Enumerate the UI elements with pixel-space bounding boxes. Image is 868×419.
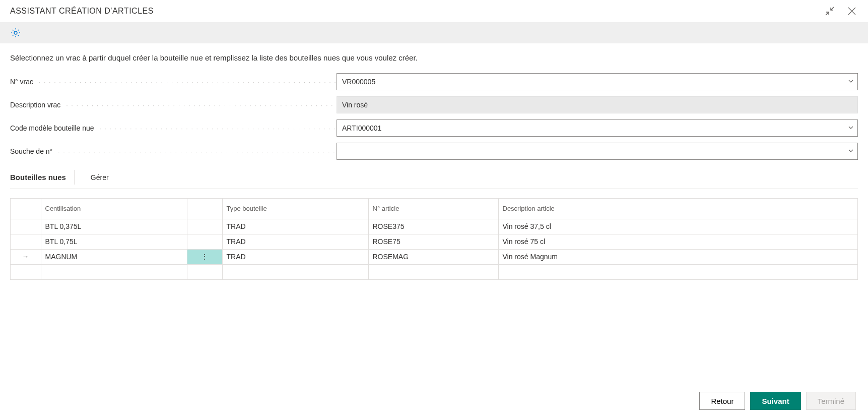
table-row[interactable]: →MAGNUM⋮TRADROSEMAGVin rosé Magnum [11, 249, 858, 264]
cell-centilisation[interactable]: BTL 0,75L [41, 234, 187, 249]
row-menu-button [187, 219, 222, 234]
label-souche: Souche de n° [10, 147, 337, 155]
row-menu-button [187, 234, 222, 249]
input-vrac-no[interactable] [337, 73, 858, 90]
cell-centilisation[interactable] [41, 264, 187, 279]
cell-article[interactable] [368, 264, 498, 279]
gear-icon[interactable] [10, 27, 21, 38]
table-row[interactable] [11, 264, 858, 279]
content-area: Sélectionnez un vrac à partir duquel cré… [0, 43, 868, 285]
row-model-code: Code modèle bouteille nue [10, 119, 858, 137]
cell-description[interactable]: Vin rosé 75 cl [498, 234, 858, 249]
label-model-code-text: Code modèle bouteille nue [10, 124, 94, 132]
cell-article[interactable]: ROSE375 [368, 219, 498, 234]
cell-centilisation[interactable]: MAGNUM [41, 249, 187, 264]
cell-article[interactable]: ROSE75 [368, 234, 498, 249]
cell-type[interactable] [222, 264, 368, 279]
cell-description[interactable] [498, 264, 858, 279]
vertical-dots-icon: ⋮ [201, 256, 208, 258]
title-actions [824, 5, 858, 17]
label-vrac-no-text: N° vrac [10, 78, 33, 86]
table-row[interactable]: BTL 0,75LTRADROSE75Vin rosé 75 cl [11, 234, 858, 249]
label-vrac-desc-text: Description vrac [10, 101, 60, 109]
label-model-code: Code modèle bouteille nue [10, 124, 337, 132]
col-type-bouteille[interactable]: Type bouteille [222, 199, 368, 219]
table-row[interactable]: BTL 0,375LTRADROSE375Vin rosé 37,5 cl [11, 219, 858, 234]
intro-text: Sélectionnez un vrac à partir duquel cré… [10, 53, 858, 62]
label-vrac-no: N° vrac [10, 78, 337, 86]
table-wrap: Centilisation Type bouteille N° article … [10, 198, 858, 280]
cell-description[interactable]: Vin rosé Magnum [498, 249, 858, 264]
row-vrac-no: N° vrac [10, 73, 858, 90]
svg-point-0 [14, 31, 17, 34]
page-title: ASSISTANT CRÉATION D'ARTICLES [10, 7, 154, 16]
row-vrac-desc: Description vrac [10, 96, 858, 113]
row-indicator [11, 234, 41, 249]
input-souche[interactable] [337, 143, 858, 160]
input-model-code[interactable] [337, 119, 858, 137]
col-indicator [11, 199, 41, 219]
close-icon[interactable] [846, 5, 858, 17]
col-description[interactable]: Description article [498, 199, 858, 219]
cell-type[interactable]: TRAD [222, 249, 368, 264]
section-title: Bouteilles nues [10, 170, 75, 185]
row-menu-button[interactable]: ⋮ [187, 249, 222, 264]
label-souche-text: Souche de n° [10, 147, 52, 155]
bottles-table: Centilisation Type bouteille N° article … [11, 199, 858, 280]
cell-type[interactable]: TRAD [222, 234, 368, 249]
row-indicator [11, 219, 41, 234]
cell-description[interactable]: Vin rosé 37,5 cl [498, 219, 858, 234]
table-header-row: Centilisation Type bouteille N° article … [11, 199, 858, 219]
row-indicator: → [11, 249, 41, 264]
label-vrac-desc: Description vrac [10, 101, 337, 109]
collapse-icon[interactable] [824, 5, 836, 17]
row-menu-button [187, 264, 222, 279]
row-souche: Souche de n° [10, 143, 858, 160]
col-centilisation[interactable]: Centilisation [41, 199, 187, 219]
cell-type[interactable]: TRAD [222, 219, 368, 234]
row-indicator [11, 264, 41, 279]
col-menu [187, 199, 222, 219]
toolbar [0, 22, 868, 43]
input-vrac-desc [337, 96, 858, 113]
col-no-article[interactable]: N° article [368, 199, 498, 219]
manage-action[interactable]: Gérer [87, 170, 113, 185]
section-header: Bouteilles nues Gérer [10, 170, 858, 189]
cell-centilisation[interactable]: BTL 0,375L [41, 219, 187, 234]
titlebar: ASSISTANT CRÉATION D'ARTICLES [0, 0, 868, 22]
cell-article[interactable]: ROSEMAG [368, 249, 498, 264]
